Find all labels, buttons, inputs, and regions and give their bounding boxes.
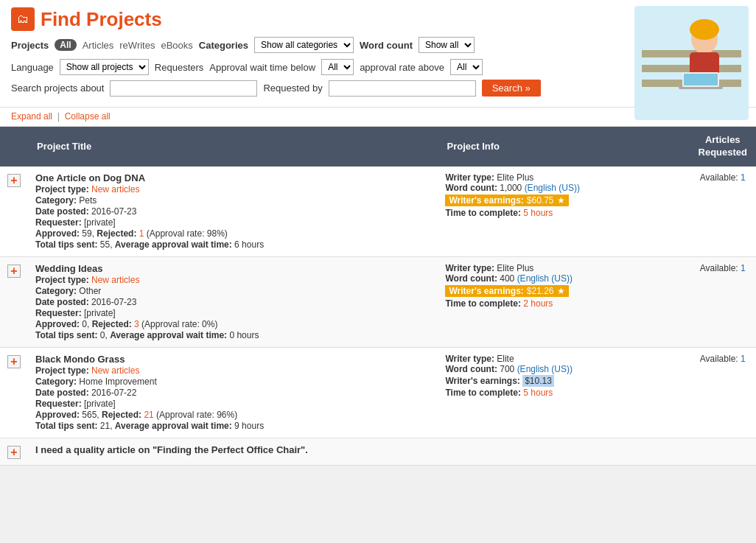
- available-cell: Available: 1: [690, 256, 756, 347]
- th-project-info: Project Info: [438, 127, 689, 167]
- writer-type-line: Writer type: Elite Plus: [445, 263, 682, 273]
- category-line: Category: Home Improvement: [35, 376, 430, 387]
- project-title-cell: One Article on Dog DNAProject type: New …: [28, 167, 438, 257]
- available-cell: Available: 1: [690, 167, 756, 257]
- available-cell: [690, 438, 756, 465]
- th-articles: Articles Requested: [690, 127, 756, 167]
- time-to-complete-line: Time to complete: 5 hours: [445, 388, 682, 398]
- date-line: Date posted: 2016-07-22: [35, 388, 430, 398]
- available-count: 1: [741, 354, 746, 364]
- page-icon: 🗂: [11, 7, 35, 31]
- requested-by-input[interactable]: [329, 80, 476, 97]
- table-header-row: Project Title Project Info Articles Requ…: [0, 127, 756, 167]
- requester-line: Requester: [private]: [35, 308, 430, 318]
- earnings-line: Writer's earnings: $60.75 ★: [445, 195, 682, 206]
- categories-nav-label: Categories: [199, 40, 248, 51]
- svg-rect-9: [684, 74, 718, 85]
- requesters-label: Requesters: [155, 62, 203, 73]
- project-title-link[interactable]: Black Mondo Grass: [35, 354, 125, 365]
- project-type-line: Project type: New articles: [35, 275, 430, 285]
- row-expand-button[interactable]: +: [7, 355, 21, 368]
- approval-select[interactable]: All: [321, 59, 354, 75]
- search-about-input[interactable]: [110, 80, 257, 97]
- project-type-line: Project type: New articles: [35, 365, 430, 376]
- table-row: +Black Mondo GrassProject type: New arti…: [0, 347, 756, 438]
- available-count: 1: [741, 263, 746, 273]
- requested-by-label: Requested by: [263, 83, 322, 94]
- tips-line: Total tips sent: 55, Average approval wa…: [35, 239, 430, 250]
- approval-rate-label: approval rate above: [360, 62, 444, 73]
- page-title: Find Projects: [41, 8, 162, 31]
- earnings-line: Writer's earnings: $21.26 ★: [445, 285, 682, 297]
- available-label: Available:: [700, 263, 738, 273]
- th-articles-line1: Articles: [705, 134, 741, 145]
- projects-nav-label: Projects: [11, 40, 49, 51]
- th-expand: [0, 127, 28, 167]
- project-type-line: Project type: New articles: [35, 184, 430, 195]
- approved-line: Approved: 0, Rejected: 3 (Approval rate:…: [35, 319, 430, 329]
- approved-line: Approved: 565, Rejected: 21 (Approval ra…: [35, 410, 430, 420]
- briefcase-icon: 🗂: [17, 13, 29, 26]
- project-info-cell: Writer type: Elite PlusWord count: 400 (…: [438, 256, 689, 347]
- word-count-line: Word count: 1,000 (English (US)): [445, 183, 682, 193]
- collapse-all-link[interactable]: Collapse all: [65, 111, 111, 122]
- th-articles-line2: Requested: [699, 147, 747, 158]
- tips-line: Total tips sent: 21, Average approval wa…: [35, 421, 430, 431]
- svg-point-5: [690, 19, 719, 40]
- date-line: Date posted: 2016-07-23: [35, 206, 430, 217]
- requester-line: Requester: [private]: [35, 399, 430, 409]
- language-label: Language: [11, 62, 54, 73]
- available-label: Available:: [700, 172, 738, 183]
- language-select[interactable]: Show all projects: [60, 59, 149, 75]
- project-title-cell: I need a quality article on "Finding the…: [28, 438, 438, 465]
- categories-select[interactable]: Show all categories: [254, 37, 354, 53]
- row-expand-button[interactable]: +: [7, 174, 21, 187]
- project-info-cell: Writer type: Elite PlusWord count: 1,000…: [438, 167, 689, 257]
- writer-type-line: Writer type: Elite: [445, 354, 682, 364]
- wordcount-select[interactable]: Show all: [419, 37, 475, 53]
- requester-line: Requester: [private]: [35, 217, 430, 228]
- earnings-line: Writer's earnings: $10.13: [445, 376, 682, 386]
- word-count-line: Word count: 700 (English (US)): [445, 364, 682, 374]
- header: 🗂 Find Projects Projects All Articles re…: [0, 0, 756, 108]
- word-count-line: Word count: 400 (English (US)): [445, 273, 682, 284]
- project-title-cell: Wedding IdeasProject type: New articlesC…: [28, 256, 438, 347]
- th-project-title: Project Title: [28, 127, 438, 167]
- all-badge[interactable]: All: [55, 39, 76, 51]
- project-title-link[interactable]: Wedding Ideas: [35, 263, 103, 274]
- table-row: +One Article on Dog DNAProject type: New…: [0, 167, 756, 257]
- project-title-cell: Black Mondo GrassProject type: New artic…: [28, 347, 438, 438]
- approved-line: Approved: 59, Rejected: 1 (Approval rate…: [35, 228, 430, 239]
- approval-rate-select[interactable]: All: [450, 59, 483, 75]
- nav-articles[interactable]: Articles: [83, 40, 114, 51]
- wordcount-nav-label: Word count: [360, 40, 413, 51]
- category-line: Category: Pets: [35, 195, 430, 206]
- available-label: Available:: [700, 354, 738, 364]
- project-info-cell: Writer type: EliteWord count: 700 (Engli…: [438, 347, 689, 438]
- approval-label: Approval wait time below: [209, 62, 315, 73]
- nav-rewrites[interactable]: reWrites: [119, 40, 155, 51]
- projects-table: Project Title Project Info Articles Requ…: [0, 127, 756, 466]
- expand-all-link[interactable]: Expand all: [11, 111, 52, 122]
- time-to-complete-line: Time to complete: 5 hours: [445, 208, 682, 218]
- date-line: Date posted: 2016-07-23: [35, 297, 430, 307]
- category-line: Category: Other: [35, 286, 430, 296]
- row-expand-button[interactable]: +: [7, 265, 21, 278]
- available-cell: Available: 1: [690, 347, 756, 438]
- search-button[interactable]: Search »: [482, 80, 541, 97]
- time-to-complete-line: Time to complete: 2 hours: [445, 298, 682, 309]
- project-title-link[interactable]: I need a quality article on "Finding the…: [35, 444, 308, 455]
- search-about-label: Search projects about: [11, 83, 104, 94]
- project-info-cell: [438, 438, 689, 465]
- tips-line: Total tips sent: 0, Average approval wai…: [35, 330, 430, 340]
- illustration: [634, 6, 749, 120]
- project-title-link[interactable]: One Article on Dog DNA: [35, 172, 145, 183]
- table-row: +I need a quality article on "Finding th…: [0, 438, 756, 465]
- expand-sep: |: [57, 111, 60, 122]
- available-count: 1: [741, 172, 746, 183]
- writer-type-line: Writer type: Elite Plus: [445, 172, 682, 183]
- row-expand-button[interactable]: +: [7, 446, 21, 459]
- table-row: +Wedding IdeasProject type: New articles…: [0, 256, 756, 347]
- nav-ebooks[interactable]: eBooks: [161, 40, 192, 51]
